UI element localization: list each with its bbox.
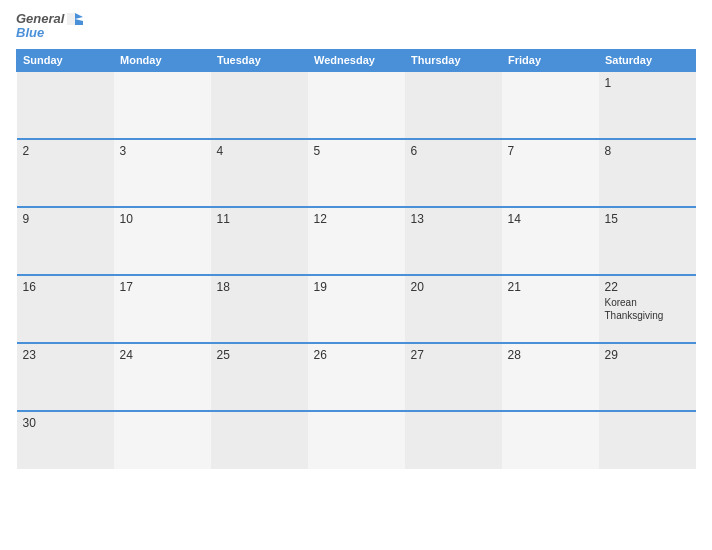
calendar-cell: 23 [17, 343, 114, 411]
calendar-page: General Blue SundayMondayTuesdayWednesda… [0, 0, 712, 550]
calendar-cell: 5 [308, 139, 405, 207]
weekday-header-monday: Monday [114, 49, 211, 71]
event-label: Korean Thanksgiving [605, 296, 690, 322]
week-row-2: 2345678 [17, 139, 696, 207]
calendar-cell: 12 [308, 207, 405, 275]
day-number: 30 [23, 416, 108, 430]
day-number: 21 [508, 280, 593, 294]
calendar-cell: 17 [114, 275, 211, 343]
day-number: 28 [508, 348, 593, 362]
day-number: 25 [217, 348, 302, 362]
week-row-5: 23242526272829 [17, 343, 696, 411]
logo-general-text: General [16, 12, 64, 26]
weekday-header-thursday: Thursday [405, 49, 502, 71]
day-number: 1 [605, 76, 690, 90]
calendar-cell: 2 [17, 139, 114, 207]
day-number: 19 [314, 280, 399, 294]
calendar-cell: 22Korean Thanksgiving [599, 275, 696, 343]
calendar-cell: 4 [211, 139, 308, 207]
logo: General Blue [16, 12, 84, 41]
calendar-header: General Blue [16, 12, 696, 41]
logo-blue-text: Blue [16, 26, 44, 40]
day-number: 6 [411, 144, 496, 158]
calendar-cell: 10 [114, 207, 211, 275]
calendar-cell: 25 [211, 343, 308, 411]
calendar-cell [211, 71, 308, 139]
day-number: 5 [314, 144, 399, 158]
day-number: 14 [508, 212, 593, 226]
day-number: 18 [217, 280, 302, 294]
day-number: 10 [120, 212, 205, 226]
calendar-cell: 13 [405, 207, 502, 275]
calendar-cell: 11 [211, 207, 308, 275]
calendar-cell: 9 [17, 207, 114, 275]
calendar-cell [405, 71, 502, 139]
calendar-cell: 1 [599, 71, 696, 139]
day-number: 23 [23, 348, 108, 362]
day-number: 8 [605, 144, 690, 158]
day-number: 7 [508, 144, 593, 158]
day-number: 17 [120, 280, 205, 294]
day-number: 20 [411, 280, 496, 294]
day-number: 9 [23, 212, 108, 226]
weekday-header-saturday: Saturday [599, 49, 696, 71]
logo-flag-icon [66, 12, 84, 26]
weekday-header-row: SundayMondayTuesdayWednesdayThursdayFrid… [17, 49, 696, 71]
week-row-1: 1 [17, 71, 696, 139]
calendar-cell: 28 [502, 343, 599, 411]
calendar-cell [502, 411, 599, 469]
weekday-header-friday: Friday [502, 49, 599, 71]
calendar-table: SundayMondayTuesdayWednesdayThursdayFrid… [16, 49, 696, 469]
day-number: 2 [23, 144, 108, 158]
day-number: 13 [411, 212, 496, 226]
calendar-cell: 7 [502, 139, 599, 207]
svg-marker-0 [75, 13, 83, 19]
weekday-header-wednesday: Wednesday [308, 49, 405, 71]
calendar-cell: 20 [405, 275, 502, 343]
day-number: 26 [314, 348, 399, 362]
svg-marker-2 [67, 13, 75, 25]
calendar-cell: 3 [114, 139, 211, 207]
calendar-cell [308, 71, 405, 139]
calendar-cell [405, 411, 502, 469]
weekday-header-sunday: Sunday [17, 49, 114, 71]
calendar-cell: 24 [114, 343, 211, 411]
calendar-cell: 6 [405, 139, 502, 207]
day-number: 3 [120, 144, 205, 158]
calendar-cell: 16 [17, 275, 114, 343]
calendar-cell [114, 71, 211, 139]
day-number: 16 [23, 280, 108, 294]
calendar-cell: 8 [599, 139, 696, 207]
calendar-cell [114, 411, 211, 469]
calendar-cell [502, 71, 599, 139]
calendar-cell [308, 411, 405, 469]
day-number: 11 [217, 212, 302, 226]
week-row-4: 16171819202122Korean Thanksgiving [17, 275, 696, 343]
day-number: 15 [605, 212, 690, 226]
day-number: 27 [411, 348, 496, 362]
calendar-cell [211, 411, 308, 469]
calendar-cell: 19 [308, 275, 405, 343]
calendar-cell: 14 [502, 207, 599, 275]
week-row-3: 9101112131415 [17, 207, 696, 275]
svg-marker-1 [75, 19, 83, 25]
calendar-cell: 27 [405, 343, 502, 411]
calendar-cell: 21 [502, 275, 599, 343]
day-number: 4 [217, 144, 302, 158]
calendar-cell: 30 [17, 411, 114, 469]
calendar-cell [599, 411, 696, 469]
day-number: 24 [120, 348, 205, 362]
weekday-header-tuesday: Tuesday [211, 49, 308, 71]
calendar-cell: 15 [599, 207, 696, 275]
day-number: 12 [314, 212, 399, 226]
calendar-cell: 26 [308, 343, 405, 411]
day-number: 29 [605, 348, 690, 362]
week-row-6: 30 [17, 411, 696, 469]
calendar-cell: 29 [599, 343, 696, 411]
day-number: 22 [605, 280, 690, 294]
calendar-cell [17, 71, 114, 139]
calendar-cell: 18 [211, 275, 308, 343]
